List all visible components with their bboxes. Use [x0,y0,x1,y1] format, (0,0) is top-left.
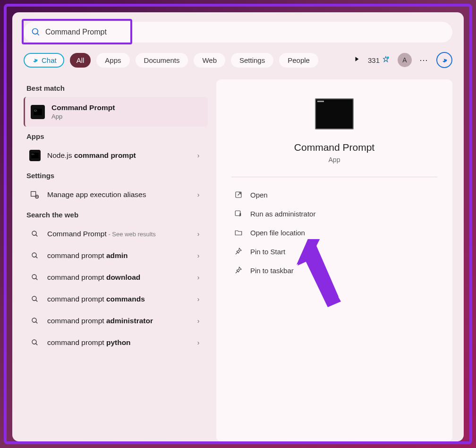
bing-button[interactable] [436,52,452,68]
section-settings: Settings [24,167,208,183]
folder-icon [234,228,243,237]
chevron-right-icon: › [195,317,202,325]
rewards-points[interactable]: 331 [368,56,390,64]
filter-tabs: Chat All Apps Documents Web Settings Peo… [24,52,452,68]
search-icon [29,250,41,261]
section-best-match: Best match [24,79,208,96]
pin-icon [234,266,243,275]
svg-line-20 [36,344,38,345]
web-result-item[interactable]: command prompt administrator › [24,310,208,331]
bing-chat-icon [31,56,39,64]
search-icon [29,272,41,283]
search-icon [29,293,41,305]
svg-line-23 [236,252,238,254]
svg-line-12 [36,257,38,258]
search-bar[interactable] [24,22,452,43]
section-apps: Apps [24,128,208,144]
detail-title: Command Prompt [294,142,374,153]
settings-result-item[interactable]: Manage app execution aliases › [24,184,208,205]
search-icon [31,27,41,37]
web-result-item[interactable]: command prompt commands › [24,289,208,310]
svg-rect-7 [31,191,36,196]
search-icon [29,315,41,327]
action-open[interactable]: Open [231,186,437,204]
section-search-web: Search the web [24,206,208,223]
app-thumbnail [315,98,354,129]
chevron-right-icon: › [195,295,202,303]
svg-line-24 [236,271,238,273]
tab-chat[interactable]: Chat [24,53,64,68]
action-pin-taskbar[interactable]: Pin to taskbar [231,261,437,279]
results-column: Best match C:\ Command Prompt App Apps C… [24,79,208,441]
chevron-right-icon: › [195,230,202,238]
nodejs-icon: C:\ [29,150,41,161]
tab-apps[interactable]: Apps [96,53,129,68]
svg-point-2 [387,57,389,59]
shield-admin-icon [234,209,243,218]
web-result-item[interactable]: Command Prompt - See web results › [24,224,208,244]
divider [231,177,437,177]
svg-text:C:\: C:\ [32,153,34,155]
web-result-item[interactable]: command prompt python › [24,332,208,353]
chevron-right-icon: › [195,339,202,346]
detail-panel: Command Prompt App Open Run as administr… [216,79,452,441]
tab-settings[interactable]: Settings [231,53,273,68]
cmd-icon: C:\ [31,105,45,119]
app-result-item[interactable]: C:\ Node.js command prompt › [24,145,208,166]
action-run-admin[interactable]: Run as administrator [231,205,437,223]
tab-people[interactable]: People [279,53,318,68]
search-icon [29,228,41,240]
svg-line-16 [36,300,38,302]
chevron-right-icon: › [195,191,202,198]
forward-icon[interactable] [354,56,360,64]
open-icon [234,190,243,199]
tab-all[interactable]: All [70,53,91,68]
best-match-item[interactable]: C:\ Command Prompt App [24,97,208,127]
chevron-right-icon: › [195,252,202,259]
svg-line-18 [36,322,38,324]
svg-line-1 [37,34,39,35]
svg-line-10 [36,235,38,237]
tab-web[interactable]: Web [194,53,225,68]
svg-text:C:\: C:\ [34,110,38,112]
bing-icon [441,56,448,64]
web-result-item[interactable]: command prompt admin › [24,245,208,266]
search-input[interactable] [45,28,445,36]
web-result-item[interactable]: command prompt download › [24,267,208,288]
action-open-location[interactable]: Open file location [231,224,437,241]
svg-rect-22 [235,211,240,216]
pin-icon [234,247,243,256]
chevron-right-icon: › [195,152,202,159]
detail-subtitle: App [329,156,340,164]
svg-point-0 [33,29,38,34]
more-icon[interactable]: ⋯ [419,55,429,65]
account-avatar[interactable]: A [398,53,412,67]
search-panel: Chat All Apps Documents Web Settings Peo… [12,12,464,441]
rewards-icon [382,56,390,64]
aliases-icon [29,189,41,200]
tab-documents[interactable]: Documents [136,53,188,68]
svg-line-14 [36,278,38,280]
action-pin-start[interactable]: Pin to Start [231,242,437,260]
chevron-right-icon: › [195,274,202,281]
search-icon [29,337,41,348]
